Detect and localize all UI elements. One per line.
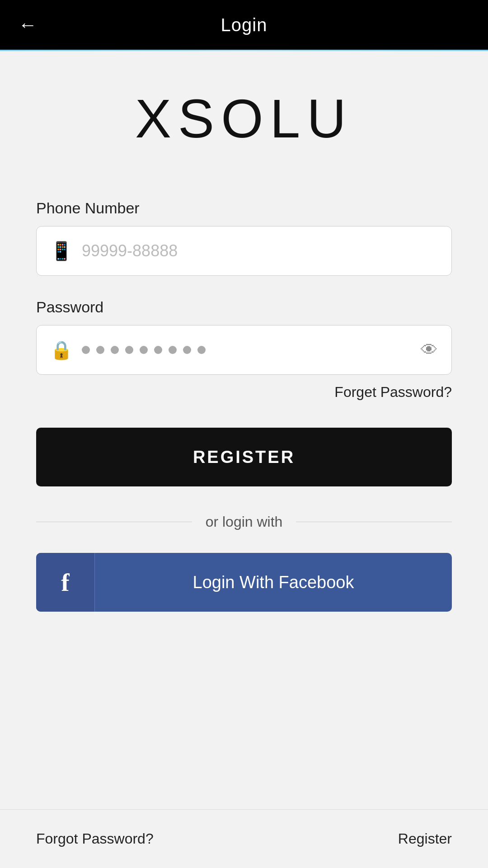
password-dot [154, 346, 162, 354]
password-dot [125, 346, 133, 354]
facebook-icon: f [61, 568, 69, 597]
divider-section: or login with [36, 514, 452, 530]
divider-right [296, 522, 452, 523]
password-input-wrapper: 🔒 👁 [36, 325, 452, 375]
logo-section: XSOLU [36, 51, 452, 177]
password-label: Password [36, 298, 452, 316]
phone-label: Phone Number [36, 199, 452, 217]
password-dot [140, 346, 148, 354]
app-logo: XSOLU [135, 87, 353, 150]
password-dot [197, 346, 206, 354]
divider-text: or login with [206, 514, 283, 530]
phone-input-wrapper: 📱 [36, 226, 452, 276]
phone-icon: 📱 [50, 241, 73, 262]
divider-left [36, 522, 192, 523]
password-dot [169, 346, 177, 354]
forget-password-link[interactable]: Forget Password? [36, 384, 452, 401]
password-dot [82, 346, 90, 354]
password-dot [183, 346, 191, 354]
app-header: ← Login [0, 0, 488, 50]
facebook-label: Login With Facebook [95, 573, 452, 592]
bottom-forgot-password[interactable]: Forgot Password? [36, 830, 154, 847]
phone-input[interactable] [82, 241, 438, 260]
password-dot [96, 346, 104, 354]
facebook-icon-area: f [36, 553, 95, 612]
bottom-register[interactable]: Register [398, 830, 452, 847]
page-title: Login [221, 15, 267, 35]
password-dots [82, 346, 412, 354]
show-password-icon[interactable]: 👁 [421, 340, 438, 360]
register-button[interactable]: REGISTER [36, 428, 452, 486]
bottom-nav: Forgot Password? Register [0, 809, 488, 868]
lock-icon: 🔒 [50, 340, 73, 361]
facebook-login-button[interactable]: f Login With Facebook [36, 553, 452, 612]
main-content: XSOLU Phone Number 📱 Password 🔒 👁 Forget… [0, 51, 488, 811]
password-dot [111, 346, 119, 354]
back-button[interactable]: ← [18, 14, 37, 36]
